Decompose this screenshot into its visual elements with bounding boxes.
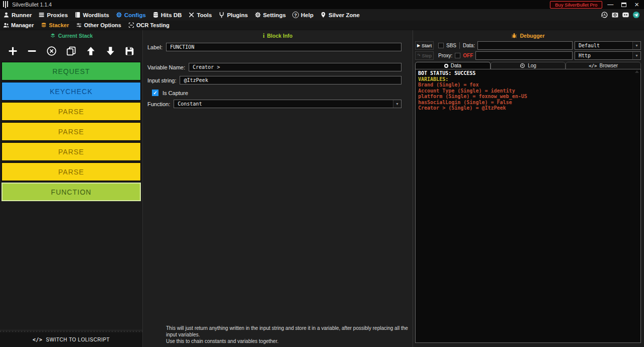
configs-gear-icon [116,12,122,18]
variable-line: Brand (Single) = fox [418,82,638,88]
stack-block-keycheck[interactable]: KEYCHECK [2,82,141,101]
add-block-button[interactable] [7,45,19,57]
ocr-scan-icon [128,22,134,28]
menu-hits-db[interactable]: Hits DB [152,12,182,18]
submenu-manager[interactable]: Manager [3,22,34,28]
circle-x-icon [46,46,57,56]
variable-name-input[interactable] [189,63,401,71]
discord-icon[interactable] [622,11,629,19]
sbs-checkbox[interactable] [438,43,444,48]
plugins-plug-icon [218,12,225,18]
step-arrow-icon: ↷ [417,53,421,58]
menu-tools[interactable]: Tools [188,12,212,18]
variables-header: VARIABLES: [418,76,638,82]
history-icon[interactable] [601,11,608,19]
scrollbar-up-arrow[interactable] [635,70,639,73]
input-string-input[interactable] [180,76,401,84]
debugger-proxy-input[interactable] [475,51,573,60]
menu-runner[interactable]: Runner [3,12,32,18]
debugger-tabs: Data Log </> Browser [415,62,641,69]
proxies-list-icon [38,12,45,18]
main-menu-bar: Runner Proxies Wordlists Configs Hits DB… [0,9,644,21]
menu-silver-zone[interactable]: Silver Zone [320,12,360,18]
move-block-down-button[interactable] [104,45,116,57]
chevron-down-icon[interactable]: ▼ [632,42,640,49]
stack-block-parse-4[interactable]: PARSE [2,162,141,181]
tab-data[interactable]: Data [415,62,491,69]
stack-empty-area [0,203,142,330]
maximize-button[interactable] [621,3,626,7]
label-input[interactable] [166,43,401,51]
telegram-icon[interactable] [632,11,640,19]
label-field-label: Label: [147,44,163,50]
divider [459,42,460,49]
clear-stack-button[interactable] [46,45,58,57]
clone-block-button[interactable] [65,45,77,57]
submenu-ocr-testing[interactable]: OCR Testing [128,22,170,28]
menu-settings[interactable]: Settings [255,12,286,18]
start-button[interactable]: ▶ Start [415,41,434,50]
variable-line: hasSocialLogin (Single) = False [418,100,638,106]
current-stack-panel: Current Stack REQUEST KEYCHECK PARSE PAR… [0,30,143,347]
block-info-header: i Block Info [143,32,413,40]
submenu-stacker[interactable]: Stacker [41,22,69,28]
app-title: SilverBullet 1.1.4 [12,2,52,8]
block-description-line1: This will just return anything written i… [166,325,409,338]
stack-block-parse-1[interactable]: PARSE [2,102,141,121]
manager-people-icon [3,22,9,28]
save-floppy-icon [124,46,135,56]
proxy-type-dropdown[interactable]: Http ▼ [575,51,641,60]
block-info-panel: i Block Info Label: Variable Name: Input… [143,30,413,347]
remove-block-button[interactable] [26,45,38,57]
tab-log[interactable]: Log [491,62,566,69]
sbs-label: SBS [446,43,456,48]
proxy-type-value: Http [575,53,632,58]
tab-browser[interactable]: </> Browser [566,62,641,69]
proxy-checkbox[interactable] [455,53,460,58]
silver-zone-pin-icon [320,12,327,18]
menu-proxies[interactable]: Proxies [38,12,68,18]
wordlist-type-dropdown[interactable]: Default ▼ [575,41,641,50]
move-block-up-button[interactable] [85,45,97,57]
block-description: This will just return anything written i… [166,325,409,344]
minus-icon [27,46,37,56]
menu-plugins[interactable]: Plugins [218,12,248,18]
bot-status-line: BOT STATUS: SUCCESS [418,70,638,76]
proxy-off-state: OFF [463,53,473,58]
menu-wordlists[interactable]: Wordlists [74,12,109,18]
save-config-button[interactable] [124,45,136,57]
debugger-data-input[interactable] [477,41,573,50]
debugger-bug-icon [511,33,517,39]
stack-block-parse-2[interactable]: PARSE [2,122,141,141]
stack-block-function-selected[interactable]: FUNCTION [2,183,141,201]
step-button[interactable]: ↷ Step [415,51,434,60]
play-icon: ▶ [417,43,420,48]
debugger-log-output[interactable]: BOT STATUS: SUCCESS VARIABLES: Brand (Si… [415,69,641,343]
switch-to-loliscript-button[interactable]: </> SWITCH TO LOLISCRIPT [0,332,142,347]
chevron-down-icon[interactable]: ▼ [393,100,401,108]
screenshot-camera-icon[interactable] [611,11,619,19]
is-capture-checkbox[interactable]: ✓ [152,90,158,96]
stack-block-list: REQUEST KEYCHECK PARSE PARSE PARSE PARSE… [0,62,142,203]
arrow-down-icon [105,46,116,56]
buy-pro-button[interactable]: Buy SilverBullet Pro [550,1,602,9]
menu-help[interactable]: ? Help [292,12,313,18]
check-icon: ✓ [153,90,157,96]
minimize-button[interactable]: — [607,2,613,8]
is-capture-label: Is Capture [163,90,188,96]
variable-line: Account Type (Single) = identity [418,88,638,94]
debugger-header: Debugger [415,32,641,40]
block-description-line2: Use this to chain constants and variable… [166,338,409,344]
debugger-proxy-row: ↷ Step Proxy: OFF Http ▼ [415,51,641,60]
function-dropdown[interactable]: Constant ▼ [174,100,401,108]
menu-configs[interactable]: Configs [116,12,146,18]
chevron-down-icon[interactable]: ▼ [632,52,640,59]
sliders-icon [76,22,82,28]
close-button[interactable]: × [634,2,639,8]
stack-block-parse-3[interactable]: PARSE [2,142,141,161]
submenu-other-options[interactable]: Other Options [76,22,121,28]
help-question-icon: ? [292,12,299,18]
title-bar: SilverBullet 1.1.4 Buy SilverBullet Pro … [0,0,644,9]
stack-block-request[interactable]: REQUEST [2,62,141,80]
debugger-panel: Debugger ▶ Start SBS Data: Default ▼ ↷ S… [413,30,644,347]
